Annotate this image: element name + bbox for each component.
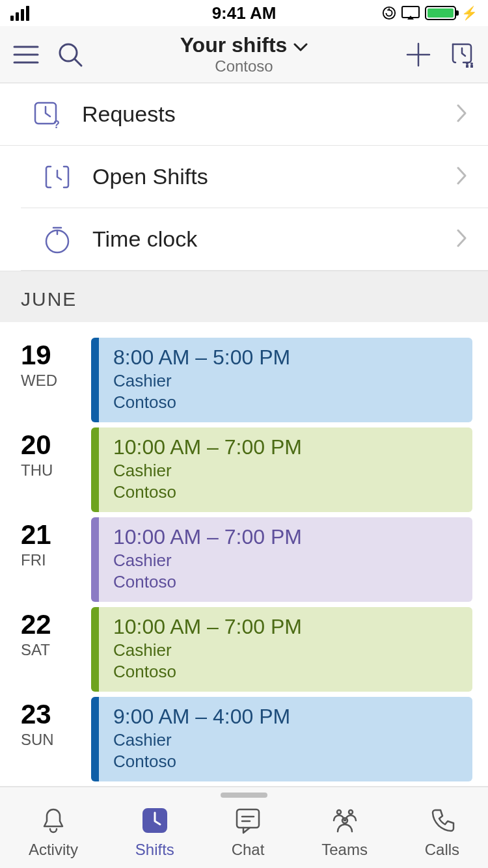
search-icon[interactable] bbox=[57, 42, 83, 68]
shift-card[interactable]: 10:00 AM – 7:00 PM Cashier Contoso bbox=[91, 427, 472, 512]
shift-team: Contoso bbox=[113, 572, 302, 592]
day-row: 23 SUN 9:00 AM – 4:00 PM Cashier Contoso bbox=[21, 697, 472, 781]
battery-icon bbox=[425, 6, 456, 20]
day-row: 22 SAT 10:00 AM – 7:00 PM Cashier Contos… bbox=[21, 607, 472, 692]
svg-line-6 bbox=[75, 59, 81, 66]
day-row: 21 FRI 10:00 AM – 7:00 PM Cashier Contos… bbox=[21, 517, 472, 602]
shift-color-bar bbox=[91, 697, 99, 781]
tab-teams[interactable]: Teams bbox=[321, 806, 368, 859]
shift-card[interactable]: 9:00 AM – 4:00 PM Cashier Contoso bbox=[91, 697, 472, 781]
day-weekday: FRI bbox=[21, 551, 78, 569]
day-row: 20 THU 10:00 AM – 7:00 PM Cashier Contos… bbox=[21, 427, 472, 512]
svg-rect-19 bbox=[237, 809, 259, 828]
day-date: 21 FRI bbox=[21, 517, 78, 602]
day-weekday: THU bbox=[21, 461, 78, 480]
time-clock-icon bbox=[42, 225, 73, 254]
shift-color-bar bbox=[91, 607, 99, 692]
tab-label: Shifts bbox=[135, 841, 174, 859]
phone-icon bbox=[429, 806, 455, 835]
menu-item-open-shifts[interactable]: Open Shifts bbox=[21, 146, 488, 208]
shift-list[interactable]: 19 WED 8:00 AM – 5:00 PM Cashier Contoso… bbox=[0, 322, 488, 781]
day-number: 22 bbox=[21, 611, 78, 638]
shift-time: 9:00 AM – 4:00 PM bbox=[113, 705, 290, 729]
drag-handle-icon[interactable] bbox=[221, 793, 267, 798]
svg-text:?: ? bbox=[53, 119, 60, 129]
svg-point-22 bbox=[337, 810, 341, 814]
header-title-dropdown[interactable]: Your shifts bbox=[180, 33, 308, 57]
menu-label: Time clock bbox=[92, 226, 197, 252]
month-header: JUNE bbox=[0, 271, 488, 322]
tab-label: Chat bbox=[232, 841, 265, 859]
bell-icon bbox=[40, 806, 66, 835]
chevron-right-icon bbox=[457, 167, 467, 187]
shift-card[interactable]: 8:00 AM – 5:00 PM Cashier Contoso bbox=[91, 338, 472, 422]
svg-rect-12 bbox=[470, 65, 473, 68]
day-date: 23 SUN bbox=[21, 697, 78, 781]
shift-team: Contoso bbox=[113, 392, 290, 413]
day-number: 23 bbox=[21, 701, 78, 728]
shift-team: Contoso bbox=[113, 752, 290, 772]
shift-color-bar bbox=[91, 427, 99, 512]
shift-team: Contoso bbox=[113, 482, 302, 502]
svg-point-23 bbox=[349, 810, 353, 814]
menu-item-requests[interactable]: ? Requests bbox=[0, 83, 488, 146]
shift-role: Cashier bbox=[113, 461, 302, 481]
chevron-right-icon bbox=[457, 229, 467, 250]
chevron-right-icon bbox=[457, 104, 467, 125]
shift-time: 8:00 AM – 5:00 PM bbox=[113, 346, 290, 370]
shift-color-bar bbox=[91, 338, 99, 422]
open-shifts-icon bbox=[42, 163, 73, 191]
chevron-down-icon bbox=[293, 33, 308, 57]
day-number: 20 bbox=[21, 431, 78, 459]
quick-actions-list: ? Requests Open Shifts Time clock bbox=[0, 83, 488, 271]
shift-role: Cashier bbox=[113, 730, 290, 750]
chat-icon bbox=[234, 806, 262, 835]
shift-time: 10:00 AM – 7:00 PM bbox=[113, 525, 302, 549]
shift-card[interactable]: 10:00 AM – 7:00 PM Cashier Contoso bbox=[91, 517, 472, 602]
bottom-tab-bar: Activity Shifts Chat Teams Calls bbox=[0, 786, 488, 868]
add-button[interactable] bbox=[406, 42, 431, 67]
tab-chat[interactable]: Chat bbox=[232, 806, 265, 859]
menu-label: Open Shifts bbox=[92, 164, 208, 189]
shift-role: Cashier bbox=[113, 640, 302, 660]
shift-team: Contoso bbox=[113, 662, 302, 682]
app-header: Your shifts Contoso bbox=[0, 26, 488, 83]
shift-role: Cashier bbox=[113, 550, 302, 571]
team-shifts-icon[interactable] bbox=[449, 42, 475, 68]
tab-shifts[interactable]: Shifts bbox=[135, 806, 174, 859]
header-title: Your shifts bbox=[180, 33, 288, 57]
day-date: 19 WED bbox=[21, 338, 78, 422]
day-number: 19 bbox=[21, 342, 78, 369]
tab-activity[interactable]: Activity bbox=[29, 806, 78, 859]
status-time: 9:41 AM bbox=[0, 3, 488, 23]
shift-time: 10:00 AM – 7:00 PM bbox=[113, 435, 302, 459]
menu-item-time-clock[interactable]: Time clock bbox=[21, 208, 488, 271]
menu-label: Requests bbox=[82, 102, 176, 127]
day-weekday: SUN bbox=[21, 731, 78, 749]
day-date: 20 THU bbox=[21, 427, 78, 512]
shift-card[interactable]: 10:00 AM – 7:00 PM Cashier Contoso bbox=[91, 607, 472, 692]
teams-icon bbox=[330, 806, 360, 835]
tab-label: Teams bbox=[321, 841, 368, 859]
requests-icon: ? bbox=[31, 100, 62, 129]
hamburger-menu-icon[interactable] bbox=[13, 45, 39, 64]
tab-label: Activity bbox=[29, 841, 78, 859]
shifts-icon bbox=[141, 806, 169, 835]
day-row: 19 WED 8:00 AM – 5:00 PM Cashier Contoso bbox=[21, 338, 472, 422]
status-bar: 9:41 AM ⚡ bbox=[0, 0, 488, 26]
tab-calls[interactable]: Calls bbox=[425, 806, 459, 859]
day-weekday: WED bbox=[21, 372, 78, 390]
svg-rect-11 bbox=[466, 65, 468, 68]
day-weekday: SAT bbox=[21, 641, 78, 659]
svg-point-9 bbox=[466, 62, 468, 65]
shift-role: Cashier bbox=[113, 371, 290, 391]
shift-time: 10:00 AM – 7:00 PM bbox=[113, 615, 302, 639]
tab-label: Calls bbox=[425, 841, 459, 859]
day-date: 22 SAT bbox=[21, 607, 78, 692]
shift-color-bar bbox=[91, 517, 99, 602]
svg-point-10 bbox=[470, 62, 473, 65]
day-number: 21 bbox=[21, 521, 78, 549]
